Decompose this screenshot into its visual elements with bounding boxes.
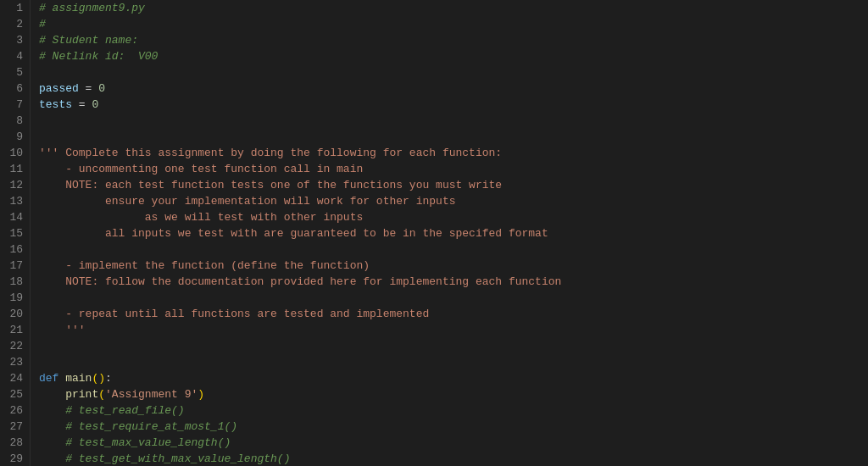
code-line: NOTE: each test function tests one of th… [39,177,868,193]
token: # test_get_with_max_value_length() [65,452,290,465]
line-number: 14 [0,209,23,225]
token: print [65,388,98,401]
token [39,404,65,417]
token: # Netlink id: V00 [39,50,158,63]
code-line [39,338,868,354]
line-number: 6 [0,80,23,97]
code-line: passed = 0 [39,80,868,97]
token: tests [39,98,72,111]
code-line: - uncommenting one test function call in… [39,161,868,177]
token: - uncommenting one test function call in… [39,163,363,175]
token: # test_read_file() [65,404,184,417]
token: 'Assignment 9' [105,388,198,401]
line-number: 24 [0,370,23,386]
line-number: 13 [0,193,23,209]
code-line [39,241,868,258]
line-number: 5 [0,64,23,80]
token [39,388,65,401]
token [39,436,65,449]
line-number: 7 [0,97,23,113]
token: all inputs we test with are guaranteed t… [39,227,548,240]
line-number: 12 [0,177,23,193]
code-line: - repeat until all functions are tested … [39,306,868,322]
code-line [39,64,868,80]
token [39,452,65,465]
code-line: # test_require_at_most_1() [39,419,868,435]
line-number: 22 [0,338,23,354]
token [39,420,65,433]
line-number: 18 [0,274,23,290]
line-number: 1 [0,0,23,16]
token: - implement the function (define the fun… [39,259,370,272]
code-editor: 1234567891011121314151617181920212223242… [0,0,868,466]
token: : [105,372,112,385]
code-line [39,354,868,370]
code-line: ''' Complete this assignment by doing th… [39,145,868,161]
token: 0 [92,98,98,111]
code-line: # Student name: [39,32,868,48]
token: = [79,82,98,95]
code-line: all inputs we test with are guaranteed t… [39,225,868,241]
code-line: def main(): [39,370,868,386]
token: def [39,372,58,385]
token: ''' [39,324,86,336]
code-line: # [39,16,868,32]
line-number: 27 [0,419,23,435]
line-number: 16 [0,241,23,258]
token: NOTE: follow the documentation provided … [39,275,561,288]
code-area[interactable]: # assignment9.py## Student name:# Netlin… [31,0,868,466]
code-line: # assignment9.py [39,0,868,16]
token: # test_max_value_length() [65,436,231,449]
line-number: 28 [0,435,23,451]
token: # [39,18,46,31]
code-line: # Netlink id: V00 [39,48,868,64]
code-line [39,113,868,129]
token: ( [98,388,105,401]
code-line: NOTE: follow the documentation provided … [39,274,868,290]
token: passed [39,82,79,95]
token: # test_require_at_most_1() [65,420,237,433]
line-number: 26 [0,402,23,419]
line-number: 9 [0,129,23,145]
token: # assignment9.py [39,2,145,14]
line-number: 29 [0,451,23,466]
line-number: 3 [0,32,23,48]
code-line: ''' [39,322,868,338]
token: ensure your implementation will work for… [39,195,455,208]
line-number: 2 [0,16,23,32]
code-line: tests = 0 [39,97,868,113]
line-number: 11 [0,161,23,177]
code-line: print('Assignment 9') [39,386,868,402]
token: 0 [98,82,105,95]
line-numbers: 1234567891011121314151617181920212223242… [0,0,31,466]
token: - repeat until all functions are tested … [39,308,429,320]
line-number: 20 [0,306,23,322]
token: = [72,98,92,111]
line-number: 25 [0,386,23,402]
line-number: 21 [0,322,23,338]
token: main [65,372,92,385]
code-line [39,129,868,145]
code-line: # test_read_file() [39,402,868,419]
code-line: - implement the function (define the fun… [39,258,868,274]
token: ''' Complete this assignment by doing th… [39,147,502,159]
code-line: as we will test with other inputs [39,209,868,225]
line-number: 15 [0,225,23,241]
line-number: 19 [0,290,23,306]
token: as we will test with other inputs [39,211,363,224]
line-number: 8 [0,113,23,129]
line-number: 10 [0,145,23,161]
line-number: 17 [0,258,23,274]
code-line: # test_max_value_length() [39,435,868,451]
code-line [39,290,868,306]
line-number: 23 [0,354,23,370]
token: ) [198,388,204,401]
code-line: # test_get_with_max_value_length() [39,451,868,466]
line-number: 4 [0,48,23,64]
token: () [92,372,105,385]
token: # Student name: [39,34,138,47]
token: NOTE: each test function tests one of th… [39,179,502,191]
code-line: ensure your implementation will work for… [39,193,868,209]
